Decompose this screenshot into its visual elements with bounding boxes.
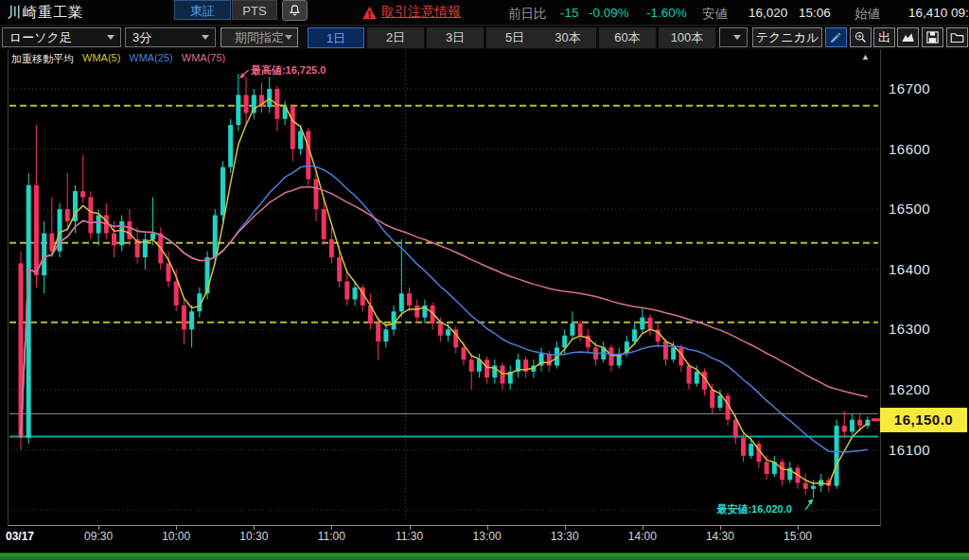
wma-25-line bbox=[21, 166, 868, 452]
svg-text:最高値:16,725.0: 最高値:16,725.0 bbox=[250, 64, 326, 76]
bell-icon bbox=[288, 4, 302, 18]
y-tick-16700: 16700 bbox=[889, 80, 930, 97]
y-tick-16400: 16400 bbox=[889, 261, 930, 278]
stock-chart-app: 川崎重工業 東証 PTS 取引注意情報 前日比 -15 -0.09% -1.60… bbox=[0, 0, 969, 560]
range-tab-30本[interactable]: 30本 bbox=[539, 27, 596, 48]
header-bar: 川崎重工業 東証 PTS 取引注意情報 前日比 -15 -0.09% -1.60… bbox=[0, 0, 969, 25]
prev-day-change: -15 bbox=[560, 6, 579, 20]
range-tab-1日[interactable]: 1日 bbox=[308, 27, 364, 48]
trading-caution-label: 取引注意情報 bbox=[381, 4, 461, 21]
low-label: 安値 bbox=[702, 6, 728, 23]
second-pct: -1.60% bbox=[646, 6, 687, 20]
chevron-down-icon bbox=[107, 35, 115, 40]
y-tick-16600: 16600 bbox=[889, 141, 930, 158]
prev-day-pct: -0.09% bbox=[589, 6, 629, 20]
chart-type-value: ローソク足 bbox=[9, 30, 72, 44]
interval-select[interactable]: 3分 bbox=[125, 27, 216, 47]
x-tick-11:00: 11:00 bbox=[308, 530, 354, 543]
svg-text:最安値:16,020.0: 最安値:16,020.0 bbox=[715, 503, 791, 515]
popout-window-icon[interactable]: 出 bbox=[873, 27, 895, 47]
technical-button[interactable]: テクニカル bbox=[752, 27, 822, 47]
open-value: 16,410 09:00 bbox=[908, 6, 969, 20]
chevron-down-icon bbox=[285, 35, 292, 40]
legend-WMA(5): WMA(5) bbox=[82, 52, 120, 66]
x-tick-15:00: 15:00 bbox=[775, 530, 820, 543]
bar-count-select[interactable] bbox=[719, 27, 748, 47]
x-tick-09:30: 09:30 bbox=[76, 530, 121, 543]
folder-open-icon[interactable] bbox=[946, 27, 968, 47]
current-price-box: 16,150.0 bbox=[880, 408, 967, 432]
legend-title: 加重移動平均 bbox=[11, 52, 74, 66]
open-label: 始値 bbox=[854, 6, 880, 23]
plot-frame: 最高値:16,725.0最安値:16,020.0 bbox=[8, 49, 881, 526]
y-tick-16300: 16300 bbox=[889, 321, 930, 338]
x-tick-14:30: 14:30 bbox=[697, 530, 743, 543]
range-tab-2日[interactable]: 2日 bbox=[367, 27, 424, 48]
wma-legend: 加重移動平均WMA(5)WMA(25)WMA(75) bbox=[11, 52, 225, 66]
x-tick-10:00: 10:00 bbox=[153, 530, 199, 543]
chart-toolbar: ローソク足 3分 期間指定 1日2日3日5日30本60本100本 テクニカル 出 bbox=[0, 25, 969, 49]
low-time: 15:06 bbox=[799, 6, 831, 20]
low-value: 16,020 bbox=[749, 6, 787, 20]
chevron-down-icon bbox=[202, 35, 209, 40]
scroll-up-arrow[interactable]: ▲ bbox=[854, 51, 876, 62]
legend-WMA(25): WMA(25) bbox=[129, 52, 172, 66]
draw-pencil-icon[interactable] bbox=[825, 27, 847, 47]
price-axis: 16700166001650016400163001620016100 bbox=[880, 49, 969, 544]
y-tick-16100: 16100 bbox=[889, 442, 930, 459]
chevron-down-icon bbox=[733, 35, 741, 40]
interval-value: 3分 bbox=[132, 30, 151, 44]
range-tab-5日[interactable]: 5日 bbox=[486, 27, 543, 48]
save-icon[interactable] bbox=[922, 27, 943, 47]
zoom-magnifier-icon[interactable] bbox=[850, 27, 872, 47]
chart-type-select[interactable]: ローソク足 bbox=[2, 27, 121, 47]
x-tick-11:30: 11:30 bbox=[387, 530, 432, 543]
bottom-scrollbar[interactable] bbox=[0, 552, 969, 560]
x-tick-13:00: 13:00 bbox=[465, 530, 510, 543]
wma-75-line bbox=[21, 187, 868, 438]
legend-WMA(75): WMA(75) bbox=[182, 52, 225, 66]
range-tab-100本[interactable]: 100本 bbox=[659, 27, 715, 48]
date-label: 03/17 bbox=[6, 530, 34, 543]
y-tick-16200: 16200 bbox=[889, 381, 930, 398]
period-label: 期間指定 bbox=[235, 30, 284, 44]
x-tick-14:00: 14:00 bbox=[620, 530, 665, 543]
warning-triangle-icon bbox=[361, 6, 378, 20]
period-select-button[interactable]: 期間指定 bbox=[220, 27, 298, 47]
range-tab-60本[interactable]: 60本 bbox=[599, 27, 656, 48]
y-tick-16500: 16500 bbox=[889, 201, 930, 218]
x-tick-10:30: 10:30 bbox=[231, 530, 276, 543]
chart-area: 加重移動平均WMA(5)WMA(25)WMA(75) ▲ 最高値:16,725.… bbox=[0, 49, 969, 544]
area-chart-icon[interactable] bbox=[897, 27, 919, 47]
range-tab-3日[interactable]: 3日 bbox=[427, 27, 484, 48]
tab-tosho-market[interactable]: 東証 bbox=[174, 0, 231, 20]
alert-bell-button[interactable] bbox=[282, 0, 308, 21]
prev-day-label: 前日比 bbox=[508, 6, 547, 23]
candlestick-chart[interactable]: 最高値:16,725.0最安値:16,020.0 bbox=[9, 49, 880, 525]
x-tick-13:30: 13:30 bbox=[542, 530, 588, 543]
stock-name: 川崎重工業 bbox=[8, 4, 83, 22]
wma-5-line bbox=[21, 98, 868, 484]
tab-pts-market[interactable]: PTS bbox=[232, 0, 277, 20]
trading-caution-link[interactable]: 取引注意情報 bbox=[361, 4, 461, 21]
time-axis: 03/17 09:3010:0010:3011:0011:3013:0013:3… bbox=[0, 526, 879, 545]
